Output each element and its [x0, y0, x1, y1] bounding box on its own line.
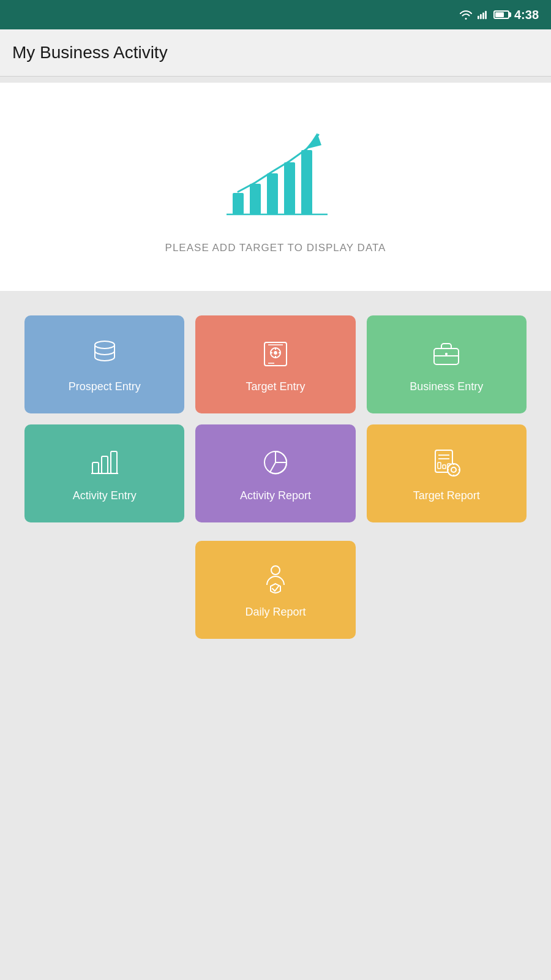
activity-report-label: Activity Report — [240, 489, 311, 502]
svg-rect-26 — [92, 462, 99, 473]
signal-icon — [478, 10, 489, 20]
person-shield-icon — [258, 562, 293, 596]
svg-rect-7 — [267, 173, 278, 214]
prospect-entry-label: Prospect Entry — [69, 380, 141, 393]
activity-report-tile[interactable]: Activity Report — [195, 424, 355, 522]
chart-graphic — [214, 119, 337, 230]
target-entry-tile[interactable]: Target Entry — [195, 315, 355, 413]
activity-entry-label: Activity Entry — [73, 489, 137, 502]
svg-point-12 — [95, 341, 114, 349]
svg-rect-34 — [438, 462, 441, 469]
status-time: 4:38 — [514, 8, 539, 22]
status-bar: 4:38 — [0, 0, 551, 29]
daily-report-tile[interactable]: Daily Report — [195, 541, 355, 639]
business-entry-label: Business Entry — [410, 380, 483, 393]
wifi-icon — [459, 10, 473, 20]
target-report-tile[interactable]: Target Report — [367, 424, 527, 522]
svg-rect-28 — [111, 451, 117, 473]
prospect-entry-tile[interactable]: Prospect Entry — [24, 315, 184, 413]
app-header: My Business Activity — [0, 29, 551, 77]
daily-report-label: Daily Report — [245, 606, 305, 619]
svg-rect-6 — [250, 184, 261, 214]
target-icon — [258, 336, 293, 371]
bar-chart-icon — [88, 445, 122, 480]
svg-rect-35 — [443, 465, 446, 469]
briefcase-icon — [429, 336, 463, 371]
report-chart-icon — [429, 445, 463, 480]
activity-entry-tile[interactable]: Activity Entry — [24, 424, 184, 522]
bottom-tile-row: Daily Report — [0, 541, 551, 663]
svg-rect-2 — [482, 12, 484, 19]
svg-rect-3 — [485, 11, 487, 20]
svg-point-37 — [448, 464, 460, 476]
battery-icon — [493, 10, 509, 19]
database-icon — [88, 336, 122, 371]
chart-container: PLEASE ADD TARGET TO DISPLAY DATA — [0, 83, 551, 291]
svg-point-19 — [274, 352, 277, 354]
menu-grid: Prospect Entry Target Entry — [0, 297, 551, 541]
target-entry-label: Target Entry — [246, 380, 305, 393]
business-entry-tile[interactable]: Business Entry — [367, 315, 527, 413]
svg-rect-8 — [284, 162, 295, 214]
status-icons: 4:38 — [459, 8, 539, 22]
app-title: My Business Activity — [12, 43, 539, 62]
svg-rect-5 — [233, 193, 244, 214]
svg-rect-27 — [102, 456, 108, 473]
target-report-label: Target Report — [413, 489, 480, 502]
svg-rect-1 — [480, 14, 482, 19]
svg-rect-0 — [478, 16, 479, 19]
chart-message: PLEASE ADD TARGET TO DISPLAY DATA — [165, 242, 386, 254]
svg-point-43 — [271, 566, 280, 575]
pie-chart-icon — [258, 445, 293, 480]
svg-rect-9 — [301, 150, 312, 214]
